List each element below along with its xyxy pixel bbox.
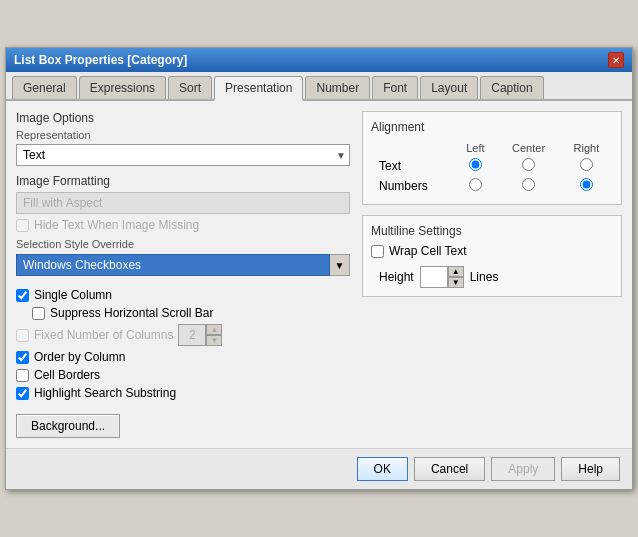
selection-style-dropdown-wrap: Windows Checkboxes ▼ bbox=[16, 254, 350, 276]
background-button[interactable]: Background... bbox=[16, 414, 120, 438]
tab-bar: General Expressions Sort Presentation Nu… bbox=[6, 72, 632, 101]
single-column-row: Single Column bbox=[16, 288, 350, 302]
alignment-title: Alignment bbox=[371, 120, 613, 134]
multiline-title: Multiline Settings bbox=[371, 224, 613, 238]
tab-presentation[interactable]: Presentation bbox=[214, 76, 303, 101]
footer: OK Cancel Apply Help bbox=[6, 448, 632, 489]
fixed-columns-checkbox[interactable] bbox=[16, 329, 29, 342]
align-col-right: Right bbox=[560, 140, 613, 156]
main-content: Image Options Representation Text ▼ Imag… bbox=[6, 101, 632, 448]
order-by-column-label: Order by Column bbox=[34, 350, 125, 364]
tab-sort[interactable]: Sort bbox=[168, 76, 212, 99]
cell-borders-row: Cell Borders bbox=[16, 368, 350, 382]
help-button[interactable]: Help bbox=[561, 457, 620, 481]
order-by-column-row: Order by Column bbox=[16, 350, 350, 364]
align-col-empty bbox=[371, 140, 453, 156]
numbers-center-cell bbox=[497, 176, 560, 196]
right-panel: Alignment Left Center Right bbox=[362, 111, 622, 438]
single-column-checkbox[interactable] bbox=[16, 289, 29, 302]
text-row-label: Text bbox=[371, 156, 453, 176]
representation-dropdown[interactable]: Text bbox=[16, 144, 350, 166]
highlight-search-label: Highlight Search Substring bbox=[34, 386, 176, 400]
fixed-columns-row: Fixed Number of Columns 2 ▲ ▼ bbox=[16, 324, 350, 346]
numbers-right-radio[interactable] bbox=[580, 178, 593, 191]
window-title: List Box Properties [Category] bbox=[14, 53, 187, 67]
tab-caption[interactable]: Caption bbox=[480, 76, 543, 99]
title-bar: List Box Properties [Category] ✕ bbox=[6, 48, 632, 72]
representation-dropdown-wrap: Text ▼ bbox=[16, 144, 350, 166]
representation-label: Representation bbox=[16, 129, 350, 141]
selection-style-section: Selection Style Override Windows Checkbo… bbox=[16, 238, 350, 276]
fixed-columns-input[interactable]: 2 bbox=[178, 324, 206, 346]
ok-button[interactable]: OK bbox=[357, 457, 408, 481]
wrap-cell-checkbox[interactable] bbox=[371, 245, 384, 258]
selection-style-label: Selection Style Override bbox=[16, 238, 350, 250]
text-right-cell bbox=[560, 156, 613, 176]
numbers-center-radio[interactable] bbox=[522, 178, 535, 191]
suppress-scroll-row: Suppress Horizontal Scroll Bar bbox=[32, 306, 350, 320]
numbers-row-label: Numbers bbox=[371, 176, 453, 196]
suppress-scroll-label: Suppress Horizontal Scroll Bar bbox=[50, 306, 213, 320]
align-col-left: Left bbox=[453, 140, 497, 156]
cell-borders-label: Cell Borders bbox=[34, 368, 100, 382]
tab-font[interactable]: Font bbox=[372, 76, 418, 99]
image-formatting-label: Image Formatting bbox=[16, 174, 350, 188]
height-input[interactable]: 2 bbox=[420, 266, 448, 288]
apply-button[interactable]: Apply bbox=[491, 457, 555, 481]
fixed-columns-spinner-btns: ▲ ▼ bbox=[206, 324, 222, 346]
hide-text-checkbox[interactable] bbox=[16, 219, 29, 232]
text-right-radio[interactable] bbox=[580, 158, 593, 171]
tab-layout[interactable]: Layout bbox=[420, 76, 478, 99]
fixed-columns-label: Fixed Number of Columns bbox=[34, 328, 173, 342]
numbers-right-cell bbox=[560, 176, 613, 196]
image-options-label: Image Options bbox=[16, 111, 350, 125]
text-center-radio[interactable] bbox=[522, 158, 535, 171]
wrap-cell-label: Wrap Cell Text bbox=[389, 244, 467, 258]
height-spinner: 2 ▲ ▼ bbox=[420, 266, 464, 288]
close-button[interactable]: ✕ bbox=[608, 52, 624, 68]
hide-text-label: Hide Text When Image Missing bbox=[34, 218, 199, 232]
lines-label: Lines bbox=[470, 270, 499, 284]
suppress-scroll-checkbox[interactable] bbox=[32, 307, 45, 320]
text-center-cell bbox=[497, 156, 560, 176]
tab-number[interactable]: Number bbox=[305, 76, 370, 99]
height-label: Height bbox=[379, 270, 414, 284]
hide-text-row: Hide Text When Image Missing bbox=[16, 218, 350, 232]
cell-borders-checkbox[interactable] bbox=[16, 369, 29, 382]
tab-general[interactable]: General bbox=[12, 76, 77, 99]
single-column-label: Single Column bbox=[34, 288, 112, 302]
alignment-box: Alignment Left Center Right bbox=[362, 111, 622, 205]
height-spinner-btns: ▲ ▼ bbox=[448, 266, 464, 288]
height-up[interactable]: ▲ bbox=[448, 266, 464, 277]
numbers-left-cell bbox=[453, 176, 497, 196]
cancel-button[interactable]: Cancel bbox=[414, 457, 485, 481]
wrap-cell-row: Wrap Cell Text bbox=[371, 244, 613, 258]
main-window: List Box Properties [Category] ✕ General… bbox=[5, 47, 633, 490]
tab-expressions[interactable]: Expressions bbox=[79, 76, 166, 99]
numbers-left-radio[interactable] bbox=[469, 178, 482, 191]
fixed-columns-spinner: 2 ▲ ▼ bbox=[178, 324, 222, 346]
order-by-column-checkbox[interactable] bbox=[16, 351, 29, 364]
two-column-layout: Image Options Representation Text ▼ Imag… bbox=[16, 111, 622, 438]
text-row: Text bbox=[371, 156, 613, 176]
height-down[interactable]: ▼ bbox=[448, 277, 464, 288]
text-left-cell bbox=[453, 156, 497, 176]
multiline-box: Multiline Settings Wrap Cell Text Height… bbox=[362, 215, 622, 297]
options-section: Single Column Suppress Horizontal Scroll… bbox=[16, 288, 350, 400]
text-left-radio[interactable] bbox=[469, 158, 482, 171]
selection-style-arrow[interactable]: ▼ bbox=[330, 254, 350, 276]
selection-style-dropdown[interactable]: Windows Checkboxes bbox=[16, 254, 330, 276]
height-row: Height 2 ▲ ▼ Lines bbox=[379, 266, 613, 288]
highlight-search-row: Highlight Search Substring bbox=[16, 386, 350, 400]
fill-with-aspect-display: Fill with Aspect bbox=[16, 192, 350, 214]
align-col-center: Center bbox=[497, 140, 560, 156]
alignment-table: Left Center Right Text bbox=[371, 140, 613, 196]
left-panel: Image Options Representation Text ▼ Imag… bbox=[16, 111, 350, 438]
highlight-search-checkbox[interactable] bbox=[16, 387, 29, 400]
fixed-columns-down[interactable]: ▼ bbox=[206, 335, 222, 346]
numbers-row: Numbers bbox=[371, 176, 613, 196]
fixed-columns-up[interactable]: ▲ bbox=[206, 324, 222, 335]
